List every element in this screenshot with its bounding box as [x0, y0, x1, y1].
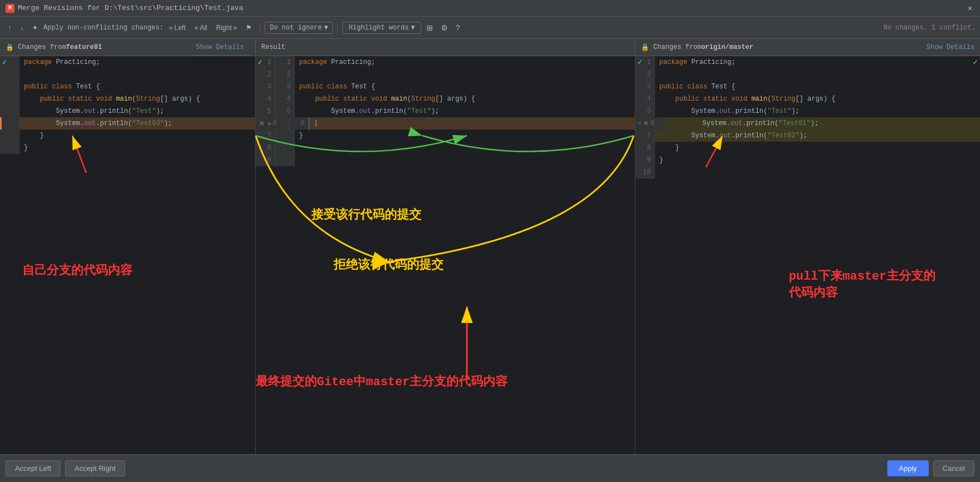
- settings-button[interactable]: ⚙: [438, 22, 451, 34]
- flag-button[interactable]: ⚑: [242, 22, 255, 33]
- result-label: Result: [261, 43, 285, 51]
- right-line-4: 4 public static void main(String[] args)…: [635, 93, 980, 105]
- window-title: Merge Revisions for D:\Test\src\Practici…: [18, 4, 966, 12]
- accept-right-button[interactable]: Accept Right: [65, 460, 125, 476]
- center-panel-header: Result: [256, 39, 635, 56]
- center-line-5: 5 5 System.out.println("Test");: [256, 105, 635, 117]
- gear-icon: ⚙: [441, 23, 448, 32]
- grid-button[interactable]: ⊞: [424, 22, 436, 34]
- center-line-1: 1 1 package Practicing;: [256, 56, 635, 68]
- left-conflict-indicator: [0, 117, 2, 130]
- double-all-icon: «: [195, 24, 198, 32]
- center-line-2: 2 2: [256, 68, 635, 81]
- cancel-button[interactable]: Cancel: [933, 460, 974, 476]
- app-icon: M: [6, 4, 14, 13]
- grid-icon: ⊞: [426, 23, 433, 32]
- center-check-icon: ✓: [258, 57, 262, 67]
- right-line-10: 10: [635, 166, 980, 178]
- flag-icon: ⚑: [246, 24, 252, 32]
- panel-headers: 🔒 Changes from feature01 Show Details Re…: [0, 39, 980, 56]
- navigate-up-button[interactable]: ↑: [4, 22, 14, 33]
- right-line-7: 7 System.out.println("Test02");: [635, 130, 980, 142]
- center-line-9: 9: [256, 154, 635, 166]
- left-line-3: public class Test {: [0, 81, 255, 93]
- center-line-8: 8: [256, 142, 635, 154]
- help-button[interactable]: ?: [453, 22, 463, 34]
- center-line-4: 4 4 public static void main(String[] arg…: [256, 93, 635, 105]
- apply-left-button[interactable]: « Left: [166, 22, 189, 33]
- right-line-8: 8 }: [635, 142, 980, 154]
- right-line-2: 2: [635, 68, 980, 81]
- up-arrow-icon: ↑: [8, 24, 11, 32]
- accept-left-button[interactable]: Accept Left: [6, 460, 61, 476]
- close-button[interactable]: ✕: [966, 4, 974, 13]
- left-line-4: public static void main(String[] args) {: [0, 93, 255, 105]
- center-line-3: 3 3 public class Test {: [256, 81, 635, 93]
- left-line-7: }: [0, 130, 255, 142]
- right-line-5: 5 System.out.println("Test");: [635, 105, 980, 117]
- right-line-1: 1 package Practicing;: [635, 56, 980, 68]
- highlight-words-button[interactable]: Highlight words ▼: [342, 22, 421, 34]
- apply-right-button[interactable]: Right »: [213, 22, 241, 33]
- center-line-6: ✕ » 6 6 |: [256, 117, 635, 130]
- help-icon: ?: [456, 23, 460, 32]
- left-line-1: package Practicing;: [0, 56, 255, 68]
- toolbar: ↑ ↓ ✦ Apply non-conflicting changes: « L…: [0, 17, 980, 39]
- lock-icon-right: 🔒: [641, 43, 649, 52]
- center-line-7: 7 }: [256, 130, 635, 142]
- double-left-icon: «: [169, 24, 173, 32]
- right-line-9: 9 }: [635, 154, 980, 166]
- magic-icon: ✦: [32, 24, 38, 32]
- left-conflict-strip: [0, 56, 2, 455]
- right-check-icon: ✓: [638, 57, 642, 67]
- lock-icon-left: 🔒: [6, 43, 14, 52]
- apply-non-conflicting-label: Apply non-conflicting changes:: [43, 24, 163, 32]
- apply-button[interactable]: Apply: [887, 460, 929, 476]
- down-arrow-icon: ↓: [20, 24, 23, 32]
- left-code-panel: ✓ package Practicing; public class Test …: [0, 56, 256, 455]
- show-details-left[interactable]: Show Details: [191, 39, 250, 56]
- left-branch-name: feature01: [66, 43, 102, 51]
- separator-2: [337, 22, 338, 33]
- accept-right-button-6[interactable]: ✕: [642, 117, 650, 130]
- bottom-bar: Accept Left Accept Right Apply Cancel: [0, 454, 980, 482]
- ignore-dropdown[interactable]: Do not ignore ▼: [265, 22, 333, 34]
- left-panel-header: 🔒 Changes from feature01 Show Details: [0, 39, 256, 56]
- right-check-icon-2: ✓: [973, 57, 978, 67]
- left-line-8: }: [0, 142, 255, 154]
- dropdown-arrow-icon: ▼: [324, 24, 328, 32]
- right-line-3: 3 public class Test {: [635, 81, 980, 93]
- left-line-2: [0, 68, 255, 81]
- separator-1: [260, 22, 260, 33]
- status-label: No changes. 1 conflict.: [883, 24, 976, 32]
- left-check-icon: ✓: [2, 57, 7, 67]
- right-line-6: « ✕ 6 System.out.println("Test01");: [635, 117, 980, 130]
- double-right-icon: »: [233, 24, 237, 32]
- code-area: ✓ package Practicing; public class Test …: [0, 56, 980, 455]
- right-code-panel: ✓ ✓ 1 package Practicing; 2 3 public cla…: [635, 56, 980, 455]
- navigate-down-button[interactable]: ↓: [17, 22, 27, 33]
- left-line-5: System.out.println("Test");: [0, 105, 255, 117]
- accept-left-button[interactable]: »: [266, 117, 272, 130]
- center-code-panel: ✓ 1 1 package Practicing; 2 2 3 3 public…: [256, 56, 635, 455]
- magic-wand-button[interactable]: ✦: [29, 22, 41, 33]
- reject-left-button[interactable]: ✕: [258, 117, 266, 130]
- right-panel-header: 🔒 Changes from origin/master Show Detail…: [635, 39, 980, 56]
- show-details-right[interactable]: Show Details: [927, 43, 974, 51]
- left-line-6: System.out.println("Test03");: [0, 117, 255, 130]
- highlight-dropdown-icon: ▼: [411, 24, 415, 32]
- title-bar: M Merge Revisions for D:\Test\src\Practi…: [0, 0, 980, 17]
- right-branch-name: origin/master: [702, 43, 754, 51]
- apply-all-button[interactable]: « All: [191, 22, 211, 33]
